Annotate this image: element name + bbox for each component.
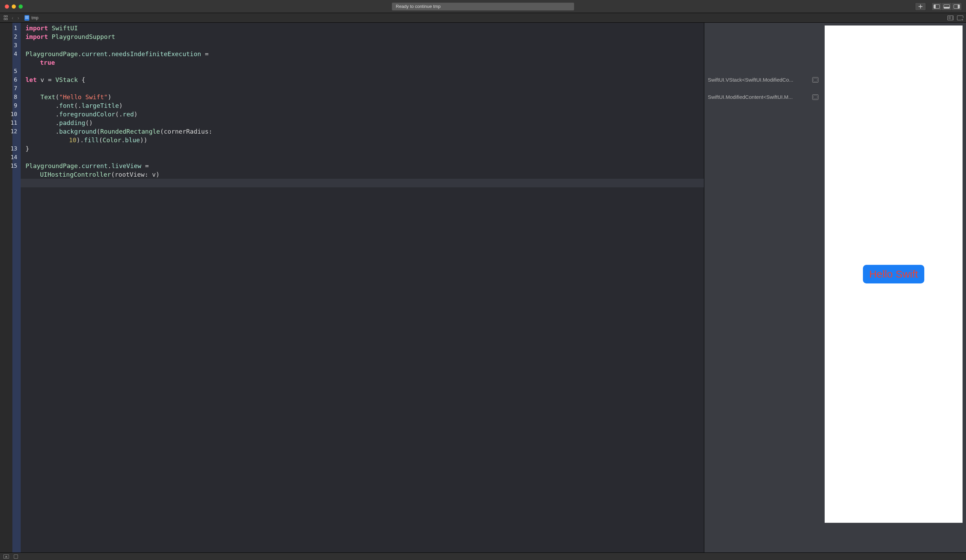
results-sidebar: SwiftUI.VStack<SwiftUI.ModifiedCo...Swif… — [704, 23, 821, 552]
code-line[interactable]: 10).fill(Color.blue)) — [21, 136, 704, 144]
code-line[interactable]: true — [21, 58, 704, 67]
result-row — [704, 127, 821, 136]
path-bar: ‹ › tmp — [0, 13, 966, 23]
code-line[interactable]: .font(.largeTitle) — [21, 101, 704, 110]
titlebar: Ready to continue tmp — [0, 0, 966, 13]
file-path-item[interactable]: tmp — [25, 15, 38, 21]
svg-rect-3 — [944, 7, 950, 8]
code-line[interactable]: PlaygroundPage.current.liveView = — [21, 162, 704, 170]
result-row — [704, 24, 821, 33]
result-row — [704, 49, 821, 58]
line-number-gutter: 123456789101112131415 — [0, 23, 21, 552]
editor-options — [947, 15, 963, 20]
debug-area-icon[interactable] — [14, 555, 18, 558]
result-row — [704, 84, 821, 93]
code-line[interactable]: import PlaygroundSupport — [21, 33, 704, 41]
code-line[interactable] — [21, 41, 704, 49]
code-line[interactable]: .background(RoundedRectangle(cornerRadiu… — [21, 127, 704, 136]
window-controls — [5, 5, 23, 8]
main-area: 123456789101112131415 import SwiftUIimpo… — [0, 23, 966, 552]
code-line[interactable]: .padding() — [21, 118, 704, 127]
nav-forward-button[interactable]: › — [17, 15, 20, 21]
code-line[interactable]: PlaygroundPage.current.needsIndefiniteEx… — [21, 49, 704, 58]
preview-canvas: Hello Swift — [825, 26, 963, 523]
close-icon[interactable] — [5, 5, 9, 8]
live-preview-panel: Hello Swift — [821, 23, 966, 552]
code-line[interactable] — [21, 67, 704, 75]
result-text: SwiftUI.VStack<SwiftUI.ModifiedCo... — [708, 77, 810, 83]
result-row — [704, 136, 821, 144]
toggle-right-panel-button[interactable] — [951, 2, 962, 11]
svg-rect-1 — [934, 5, 936, 8]
quicklook-icon[interactable] — [812, 94, 818, 100]
cursor-line[interactable] — [21, 179, 704, 187]
result-row — [704, 118, 821, 127]
result-row — [704, 41, 821, 49]
file-name-label: tmp — [31, 15, 38, 20]
toolbar-right — [915, 2, 962, 11]
hello-swift-output: Hello Swift — [863, 265, 924, 283]
nav-back-button[interactable]: ‹ — [11, 15, 14, 21]
svg-rect-5 — [958, 5, 959, 8]
code-line[interactable]: import SwiftUI — [21, 24, 704, 33]
console-toggle-icon[interactable] — [3, 555, 9, 558]
code-line[interactable] — [21, 84, 704, 93]
result-row: SwiftUI.VStack<SwiftUI.ModifiedCo... — [704, 75, 821, 84]
result-row — [704, 110, 821, 118]
toggle-left-panel-button[interactable] — [932, 2, 942, 11]
panel-toggle-group — [932, 2, 962, 11]
status-text: Ready to continue tmp — [396, 4, 440, 9]
result-row — [704, 162, 821, 170]
result-text: SwiftUI.ModifiedContent<SwiftUI.M... — [708, 94, 810, 100]
zoom-icon[interactable] — [19, 5, 23, 8]
result-row — [704, 101, 821, 110]
result-row — [704, 153, 821, 162]
quicklook-icon[interactable] — [812, 77, 818, 83]
debug-bar — [0, 552, 966, 560]
xcode-playground-window: Ready to continue tmp ‹ › — [0, 0, 966, 560]
result-row — [704, 67, 821, 75]
hello-swift-text: Hello Swift — [869, 268, 918, 280]
code-editor[interactable]: import SwiftUIimport PlaygroundSupportPl… — [21, 23, 704, 552]
result-row: SwiftUI.ModifiedContent<SwiftUI.M... — [704, 93, 821, 101]
code-line[interactable]: } — [21, 144, 704, 153]
result-row — [704, 144, 821, 153]
add-editor-icon[interactable] — [957, 15, 963, 20]
result-row — [704, 33, 821, 41]
status-field: Ready to continue tmp — [392, 2, 574, 11]
editor-layout-icon[interactable] — [947, 15, 954, 20]
code-line[interactable]: Text("Hello Swift") — [21, 93, 704, 101]
add-tab-button[interactable] — [915, 2, 926, 11]
related-items-icon[interactable] — [3, 15, 8, 21]
swift-file-icon — [25, 15, 29, 21]
result-row — [704, 170, 821, 179]
minimize-icon[interactable] — [12, 5, 16, 8]
code-line[interactable]: let v = VStack { — [21, 75, 704, 84]
toggle-bottom-panel-button[interactable] — [941, 2, 952, 11]
code-line[interactable]: .foregroundColor(.red) — [21, 110, 704, 118]
result-row — [704, 58, 821, 67]
code-line[interactable]: UIHostingController(rootView: v) — [21, 170, 704, 179]
code-line[interactable] — [21, 153, 704, 162]
